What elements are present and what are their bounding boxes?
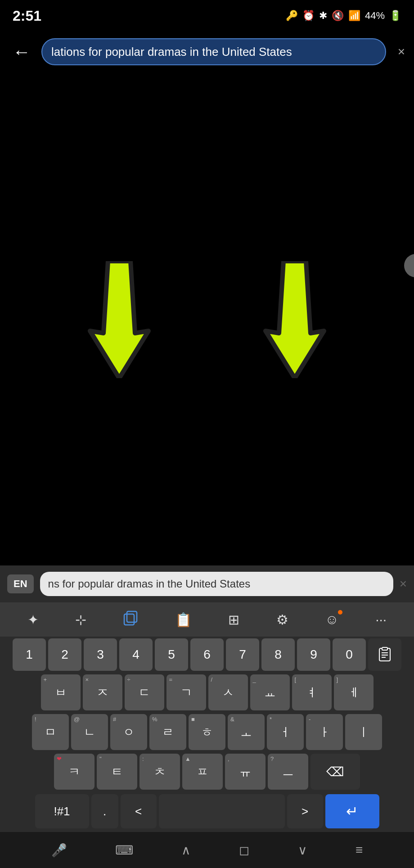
key-sub-plus: + xyxy=(44,676,47,683)
key-nieun[interactable]: @ㄴ xyxy=(71,714,108,750)
key-sub-triangle: ▲ xyxy=(185,755,191,762)
key-eu[interactable]: ?ㅡ xyxy=(268,754,308,790)
keyboard-search-text: ns for popular dramas in the United Stat… xyxy=(48,578,251,590)
key-6[interactable]: 6 xyxy=(190,638,224,671)
home-nav-button[interactable]: ◻ xyxy=(239,843,249,858)
left-arrow-label: < xyxy=(135,805,142,818)
key-sub-at: @ xyxy=(74,716,80,723)
key-9[interactable]: 9 xyxy=(297,638,330,671)
key-i[interactable]: ㅣ xyxy=(345,714,382,750)
mic-nav-button[interactable]: 🎤 xyxy=(51,843,67,858)
key-yu[interactable]: ,ㅠ xyxy=(225,754,266,790)
key-o[interactable]: &ㅗ xyxy=(228,714,265,750)
emoji-tool-button[interactable]: ☺ xyxy=(320,608,344,631)
key-chieut[interactable]: :ㅊ xyxy=(140,754,180,790)
svg-rect-5 xyxy=(382,647,387,650)
settings-tool-button[interactable]: ⚙ xyxy=(271,608,294,631)
wifi-icon: 📶 xyxy=(348,10,360,22)
key-pieup[interactable]: ▲ㅍ xyxy=(182,754,223,790)
sparkle-tool-button[interactable]: ✦ xyxy=(22,608,44,631)
select-tool-button[interactable]: ⊹ xyxy=(70,608,92,631)
top-bar: ← lations for popular dramas in the Unit… xyxy=(0,32,414,72)
main-content-area xyxy=(0,72,414,459)
notification-dot xyxy=(338,610,342,615)
key-ye[interactable]: ]ㅔ xyxy=(334,674,374,710)
key-ieung[interactable]: #ㅇ xyxy=(110,714,147,750)
search-bar-container[interactable]: lations for popular dramas in the United… xyxy=(41,38,386,65)
backspace-key[interactable]: ⌫ xyxy=(310,754,360,790)
key-icon: 🔑 xyxy=(286,10,298,22)
symbols-key[interactable]: !#1 xyxy=(35,794,89,828)
key-sub-exclaim: ! xyxy=(35,716,36,723)
enter-key[interactable]: ↵ xyxy=(325,794,379,828)
key-sub-hash: # xyxy=(113,716,116,723)
dot-key[interactable]: . xyxy=(91,794,118,828)
number-row: 1 2 3 4 5 6 7 8 9 0 xyxy=(0,637,414,673)
left-arrow-key[interactable]: < xyxy=(121,794,157,828)
key-digeut[interactable]: ÷ㄷ xyxy=(125,674,164,710)
key-3[interactable]: 3 xyxy=(84,638,117,671)
key-sub-star: * xyxy=(270,716,272,723)
language-button[interactable]: EN xyxy=(7,574,34,593)
key-sub-comma: , xyxy=(228,755,230,762)
key-sub-percent: % xyxy=(152,716,158,723)
svg-marker-1 xyxy=(266,261,324,378)
grid-tool-button[interactable]: ⊞ xyxy=(223,608,245,631)
key-sub-quote: " xyxy=(99,755,102,762)
key-4[interactable]: 4 xyxy=(119,638,153,671)
key-sub-heart: ❤ xyxy=(57,755,62,762)
bluetooth-icon: ✱ xyxy=(319,10,327,22)
korean-row-1: +ㅂ ×ㅈ ÷ㄷ =ㄱ /ㅅ _ㅛ [ㅕ ]ㅔ xyxy=(0,673,414,712)
status-icons: 🔑 ⏰ ✱ 🔇 📶 44% 🔋 xyxy=(286,10,401,22)
key-sub-minus: - xyxy=(309,716,310,723)
clipboard-tool-button[interactable]: 📋 xyxy=(170,608,197,631)
right-arrow-svg xyxy=(252,261,338,378)
key-siot[interactable]: /ㅅ xyxy=(208,674,248,710)
down-nav-button[interactable]: ∨ xyxy=(298,843,307,858)
key-giyeok[interactable]: =ㄱ xyxy=(166,674,206,710)
key-8[interactable]: 8 xyxy=(261,638,295,671)
search-clear-button[interactable]: × xyxy=(398,45,405,59)
key-0[interactable]: 0 xyxy=(333,638,366,671)
menu-nav-button[interactable]: ≡ xyxy=(356,843,363,857)
key-mieum[interactable]: !ㅁ xyxy=(32,714,69,750)
more-tool-button[interactable]: ··· xyxy=(370,608,392,631)
key-clipboard[interactable] xyxy=(368,638,401,671)
key-sub-square: ■ xyxy=(191,716,195,723)
key-sub-mult: × xyxy=(86,676,89,683)
function-row: !#1 . < > ↵ xyxy=(0,791,414,832)
key-rieul[interactable]: %ㄹ xyxy=(149,714,186,750)
space-key[interactable] xyxy=(159,794,285,828)
key-5[interactable]: 5 xyxy=(155,638,188,671)
keyboard-clear-button[interactable]: × xyxy=(400,577,407,591)
key-sub-question: ? xyxy=(270,755,274,762)
keyboard-search-bar: EN ns for popular dramas in the United S… xyxy=(0,565,414,602)
left-arrow-svg xyxy=(76,261,162,378)
keyboard-search-input[interactable]: ns for popular dramas in the United Stat… xyxy=(40,572,393,596)
svg-rect-3 xyxy=(127,611,137,622)
key-kieuk[interactable]: ❤ㅋ xyxy=(54,754,94,790)
up-nav-button[interactable]: ∧ xyxy=(181,843,191,858)
key-1[interactable]: 1 xyxy=(13,638,46,671)
status-bar: 2:51 🔑 ⏰ ✱ 🔇 📶 44% 🔋 xyxy=(0,0,414,32)
key-jieut[interactable]: ×ㅈ xyxy=(83,674,122,710)
key-eo[interactable]: *ㅓ xyxy=(267,714,304,750)
arrows-container xyxy=(0,162,414,477)
key-a[interactable]: -ㅏ xyxy=(306,714,343,750)
key-hieut[interactable]: ■ㅎ xyxy=(189,714,225,750)
key-tieut[interactable]: "ㅌ xyxy=(97,754,137,790)
key-7[interactable]: 7 xyxy=(226,638,259,671)
back-button[interactable]: ← xyxy=(9,38,34,66)
key-sub-lbracket: [ xyxy=(295,676,297,683)
keyboard-area: EN ns for popular dramas in the United S… xyxy=(0,565,414,868)
key-bieup[interactable]: +ㅂ xyxy=(41,674,81,710)
key-yo[interactable]: _ㅛ xyxy=(250,674,290,710)
key-sub-amp: & xyxy=(230,716,234,723)
key-2[interactable]: 2 xyxy=(48,638,81,671)
copy-tool-button[interactable] xyxy=(118,607,144,633)
key-yeo[interactable]: [ㅕ xyxy=(292,674,332,710)
symbols-label: !#1 xyxy=(54,805,70,818)
battery-indicator: 44% xyxy=(365,10,385,22)
keyboard-nav-button[interactable]: ⌨ xyxy=(115,843,133,858)
right-arrow-key[interactable]: > xyxy=(287,794,323,828)
